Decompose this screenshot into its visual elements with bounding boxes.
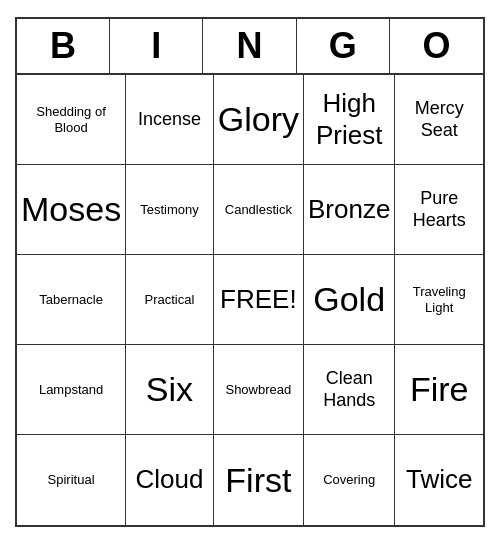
header-letter: I [110, 19, 203, 73]
bingo-cell[interactable]: Moses [17, 165, 126, 255]
header-letter: B [17, 19, 110, 73]
bingo-cell[interactable]: Glory [214, 75, 304, 165]
bingo-cell[interactable]: Tabernacle [17, 255, 126, 345]
bingo-cell[interactable]: Clean Hands [304, 345, 395, 435]
bingo-cell[interactable]: Candlestick [214, 165, 304, 255]
bingo-header: BINGO [17, 19, 483, 75]
bingo-cell[interactable]: Six [126, 345, 214, 435]
bingo-cell[interactable]: Testimony [126, 165, 214, 255]
bingo-cell[interactable]: FREE! [214, 255, 304, 345]
bingo-cell[interactable]: Twice [395, 435, 483, 525]
bingo-cell[interactable]: Mercy Seat [395, 75, 483, 165]
bingo-cell[interactable]: Fire [395, 345, 483, 435]
header-letter: G [297, 19, 390, 73]
bingo-cell[interactable]: First [214, 435, 304, 525]
bingo-cell[interactable]: Practical [126, 255, 214, 345]
bingo-cell[interactable]: High Priest [304, 75, 395, 165]
bingo-cell[interactable]: Traveling Light [395, 255, 483, 345]
bingo-card: BINGO Shedding of BloodIncenseGloryHigh … [15, 17, 485, 527]
bingo-cell[interactable]: Spiritual [17, 435, 126, 525]
bingo-cell[interactable]: Showbread [214, 345, 304, 435]
bingo-grid: Shedding of BloodIncenseGloryHigh Priest… [17, 75, 483, 525]
header-letter: O [390, 19, 483, 73]
bingo-cell[interactable]: Pure Hearts [395, 165, 483, 255]
bingo-cell[interactable]: Bronze [304, 165, 395, 255]
bingo-cell[interactable]: Incense [126, 75, 214, 165]
bingo-cell[interactable]: Lampstand [17, 345, 126, 435]
header-letter: N [203, 19, 296, 73]
bingo-cell[interactable]: Shedding of Blood [17, 75, 126, 165]
bingo-cell[interactable]: Covering [304, 435, 395, 525]
bingo-cell[interactable]: Cloud [126, 435, 214, 525]
bingo-cell[interactable]: Gold [304, 255, 395, 345]
